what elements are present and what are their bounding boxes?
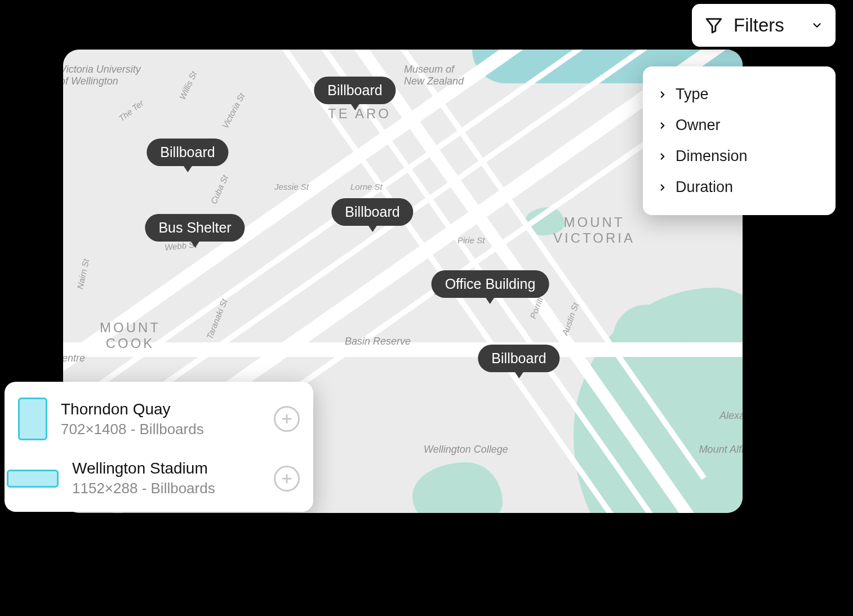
filter-option-label: Owner [676, 117, 721, 134]
map-poi-label: Museum of New Zealand [404, 64, 464, 87]
map-pin-billboard[interactable]: Billboard [478, 345, 559, 372]
map-pin-billboard[interactable]: Billboard [314, 77, 396, 104]
map-area-label: MOUNT COOK [100, 320, 161, 351]
map-street-label: Austin St [560, 301, 581, 336]
filter-option-label: Dimension [676, 148, 748, 165]
filters-button[interactable]: Filters [692, 4, 836, 47]
map-poi-label: Wellington College [424, 444, 508, 456]
filter-option-owner[interactable]: Owner [657, 110, 821, 141]
result-swatch [7, 470, 59, 488]
map-street-label: The Ter [117, 98, 145, 123]
map-area-label: MOUNT VICTORIA [553, 215, 635, 246]
add-button[interactable] [274, 406, 300, 432]
map-poi-label: Victoria University of Wellington [63, 64, 141, 87]
filter-option-label: Duration [676, 178, 733, 196]
filter-option-duration[interactable]: Duration [657, 172, 821, 203]
result-subtitle: 702×1408 - Billboards [61, 421, 260, 438]
map-poi-label: Basin Reserve [345, 336, 411, 347]
map-street-label: Victoria St [220, 91, 247, 130]
result-title: Wellington Stadium [72, 459, 260, 477]
map-park [412, 462, 503, 513]
plus-icon [280, 472, 294, 485]
map-pin-billboard[interactable]: Billboard [331, 198, 413, 226]
map-pin-bus-shelter[interactable]: Bus Shelter [145, 214, 245, 242]
results-card: Thorndon Quay 702×1408 - Billboards Well… [5, 382, 313, 512]
chevron-right-icon [657, 120, 668, 131]
map-street-label: Cuba St [208, 173, 230, 205]
plus-icon [280, 412, 294, 426]
chevron-right-icon [657, 182, 668, 193]
add-button[interactable] [274, 466, 300, 492]
map-poi-label: Mount Alfr [699, 444, 743, 456]
map-pin-billboard[interactable]: Billboard [146, 139, 228, 166]
chevron-down-icon [811, 19, 823, 32]
filter-option-label: Type [676, 86, 709, 103]
map-poi-label: Alexa [719, 410, 743, 422]
filters-panel: Type Owner Dimension Duration [643, 66, 836, 215]
map-street-label: Nairn St [75, 258, 91, 290]
chevron-right-icon [657, 90, 668, 100]
map-street-label: Pirie St [457, 235, 485, 245]
map-area-label: TE ARO [328, 106, 391, 122]
result-swatch [18, 398, 47, 440]
map-street-label: Jessie St [274, 182, 309, 191]
chevron-right-icon [657, 151, 668, 162]
filter-option-dimension[interactable]: Dimension [657, 141, 821, 172]
filters-button-label: Filters [734, 15, 801, 36]
map-poi-label: entre [63, 352, 85, 364]
filter-option-type[interactable]: Type [657, 79, 821, 110]
map-street-label: Willis St [177, 70, 199, 101]
result-subtitle: 1152×288 - Billboards [72, 480, 260, 497]
result-item[interactable]: Thorndon Quay 702×1408 - Billboards [18, 398, 300, 440]
result-title: Thorndon Quay [61, 400, 260, 418]
map-pin-office-building[interactable]: Office Building [432, 270, 549, 298]
map-street-label: Lorne St [350, 182, 383, 191]
filter-icon [704, 16, 723, 35]
result-item[interactable]: Wellington Stadium 1152×288 - Billboards [18, 459, 300, 497]
